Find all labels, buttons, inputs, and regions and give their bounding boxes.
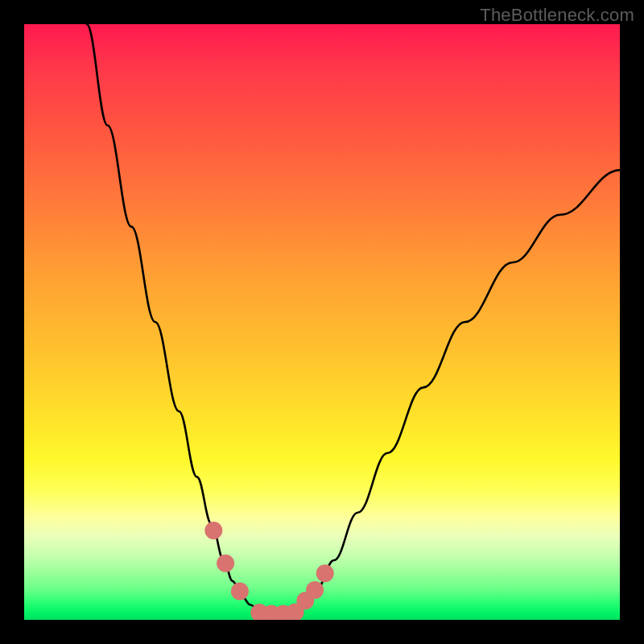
chart-container: TheBottleneck.com: [0, 0, 644, 644]
marker-point: [217, 555, 234, 572]
marker-point: [204, 522, 222, 539]
marker-point: [231, 582, 249, 600]
plot-svg: [24, 24, 620, 620]
watermark-text: TheBottleneck.com: [480, 5, 634, 26]
marker-point: [306, 581, 324, 599]
curve-path: [87, 24, 620, 614]
marker-group: [204, 522, 333, 620]
marker-point: [316, 564, 334, 582]
